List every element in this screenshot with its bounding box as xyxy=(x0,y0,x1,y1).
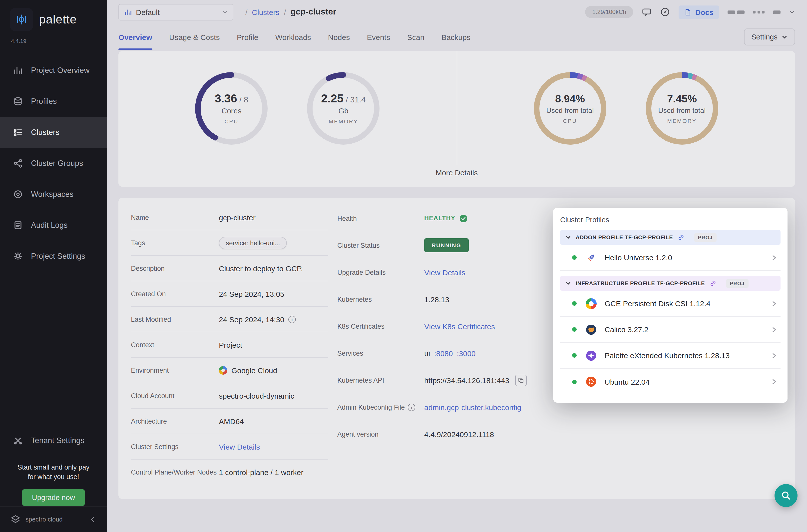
sidebar-item-label: Clusters xyxy=(31,128,59,137)
sidebar-item-project-overview[interactable]: Project Overview xyxy=(0,55,107,86)
chevron-down-icon[interactable] xyxy=(789,9,795,15)
sidebar-item-label: Project Overview xyxy=(31,66,90,75)
chat-icon[interactable] xyxy=(642,7,652,17)
profile-item-ubuntu[interactable]: Ubuntu 22.04 xyxy=(560,369,781,395)
sidebar-item-project-settings[interactable]: Project Settings xyxy=(0,241,107,272)
sidebar-item-label: Tenant Settings xyxy=(31,436,85,445)
scope-badge: PROJ xyxy=(726,279,748,287)
gauge-cpu-cores: 3.36 / 8 Cores CPU xyxy=(194,71,269,146)
detail-row-architecture: Architecture AMD64 xyxy=(131,408,328,434)
tab-scan[interactable]: Scan xyxy=(407,24,424,50)
docs-button[interactable]: Docs xyxy=(679,5,719,19)
docs-label: Docs xyxy=(695,8,714,16)
tab-workloads[interactable]: Workloads xyxy=(275,24,311,50)
panel-title: Cluster Profiles xyxy=(553,208,788,229)
addon-profile-section-header[interactable]: ADDON PROFILE TF-GCP-PROFILE PROJ xyxy=(560,230,781,245)
sidebar-item-cluster-groups[interactable]: Cluster Groups xyxy=(0,148,107,179)
upgrade-button[interactable]: Upgrade now xyxy=(22,489,85,506)
sidebar-item-tenant-settings[interactable]: Tenant Settings xyxy=(0,426,107,455)
profile-item-calico[interactable]: Calico 3.27.2 xyxy=(560,317,781,343)
details-left-column: Name gcp-cluster Tags service: hello-uni… xyxy=(131,205,328,485)
profile-item-hello-universe[interactable]: Hello Universe 1.2.0 xyxy=(560,245,781,271)
browser-widget-bar xyxy=(773,10,781,14)
project-selector-value: Default xyxy=(136,8,159,16)
calico-icon xyxy=(586,324,597,335)
sidebar-item-audit-logs[interactable]: Audit Logs xyxy=(0,210,107,241)
tab-events[interactable]: Events xyxy=(367,24,390,50)
kubernetes-version: 1.28.13 xyxy=(424,295,449,303)
profile-item-gce-csi[interactable]: GCE Persistent Disk CSI 1.12.4 xyxy=(560,291,781,317)
cluster-name: gcp-cluster xyxy=(219,213,256,222)
google-cloud-icon xyxy=(219,366,227,374)
service-port-link[interactable]: :3000 xyxy=(457,349,475,357)
kubeconfig-download-link[interactable]: admin.gcp-cluster.kubeconfig xyxy=(424,403,521,411)
tag-pill[interactable]: service: hello-uni... xyxy=(219,236,287,249)
nodes-value: 1 control-plane / 1 worker xyxy=(219,468,304,477)
tab-backups[interactable]: Backups xyxy=(442,24,471,50)
project-selector[interactable]: Default xyxy=(118,4,233,20)
palette-kubernetes-icon xyxy=(586,350,597,361)
help-compass-icon[interactable] xyxy=(660,7,670,17)
chevron-down-icon xyxy=(565,280,571,286)
cluster-description: Cluster to deploy to GCP. xyxy=(219,264,303,272)
bar-chart-icon xyxy=(13,65,23,75)
search-fab-button[interactable] xyxy=(774,484,797,507)
sidebar-footer: spectro cloud xyxy=(0,506,107,532)
settings-button[interactable]: Settings xyxy=(744,28,795,45)
info-icon[interactable]: i xyxy=(408,403,415,411)
info-icon[interactable]: i xyxy=(288,316,296,323)
settings-label: Settings xyxy=(751,33,777,41)
chevron-right-icon xyxy=(771,378,777,385)
topbar: Default / Clusters / gcp-cluster 1.29/10… xyxy=(107,0,807,24)
environment-value: Google Cloud xyxy=(231,366,277,374)
status-dot-green xyxy=(572,353,577,358)
sidebar-item-workspaces[interactable]: Workspaces xyxy=(0,179,107,210)
infrastructure-profile-section-header[interactable]: INFRASTRUCTURE PROFILE TF-GCP-PROFILE PR… xyxy=(560,276,781,291)
gauge-memory-gb: 2.25 / 31.4 Gb MEMORY xyxy=(306,71,381,146)
more-details-link[interactable]: More Details xyxy=(118,165,795,187)
sidebar-item-label: Cluster Groups xyxy=(31,159,83,168)
status-dot-green xyxy=(572,379,577,384)
chart-mini-icon xyxy=(124,8,131,16)
tab-profile[interactable]: Profile xyxy=(237,24,258,50)
kubernetes-api-url: https://34.54.126.181:443 xyxy=(424,376,509,384)
chevron-right-icon xyxy=(771,326,777,333)
rocket-icon xyxy=(586,252,597,263)
tab-nodes[interactable]: Nodes xyxy=(328,24,350,50)
collapse-sidebar-icon[interactable] xyxy=(89,515,97,523)
list-icon xyxy=(13,127,23,137)
gauge-memory-percent: 7.45% Used from total MEMORY xyxy=(644,71,719,146)
scope-badge: PROJ xyxy=(694,233,716,242)
app-window: palette 4.4.19 Project Overview Profiles… xyxy=(0,0,807,532)
chevron-down-icon xyxy=(782,34,788,40)
detail-row-environment: Environment Google Cloud xyxy=(131,358,328,383)
gce-disk-icon xyxy=(586,298,597,309)
tab-overview[interactable]: Overview xyxy=(118,24,152,50)
link-icon xyxy=(709,280,716,287)
created-on-value: 24 Sep 2024, 13:05 xyxy=(219,289,284,298)
docs-icon xyxy=(684,8,692,16)
breadcrumb-clusters-link[interactable]: Clusters xyxy=(252,8,279,16)
spectro-cloud-logo-icon xyxy=(10,514,21,525)
usage-pill: 1.29/100kCh xyxy=(585,6,633,18)
cluster-settings-view-details-link[interactable]: View Details xyxy=(219,442,260,451)
chevron-down-icon xyxy=(565,234,571,240)
copy-icon[interactable] xyxy=(515,374,527,386)
detail-row-cluster-settings: Cluster Settings View Details xyxy=(131,434,328,460)
upgrade-view-details-link[interactable]: View Details xyxy=(424,268,466,277)
profile-item-palette-k8s[interactable]: Palette eXtended Kubernetes 1.28.13 xyxy=(560,343,781,369)
breadcrumb-separator: / xyxy=(245,8,247,16)
footer-brand-name: spectro cloud xyxy=(25,516,63,523)
view-k8s-certificates-link[interactable]: View K8s Certificates xyxy=(424,322,495,330)
detail-row-cloud-account: Cloud Account spectro-cloud-dynamic xyxy=(131,383,328,408)
sidebar: palette 4.4.19 Project Overview Profiles… xyxy=(0,0,107,532)
chevron-right-icon xyxy=(771,352,777,359)
sidebar-item-clusters[interactable]: Clusters xyxy=(0,117,107,148)
tools-icon xyxy=(13,436,23,445)
nodes-icon xyxy=(13,158,23,168)
sidebar-item-profiles[interactable]: Profiles xyxy=(0,86,107,117)
allocation-gauges: 3.36 / 8 Cores CPU 2.2 xyxy=(118,51,456,165)
tab-usage-costs[interactable]: Usage & Costs xyxy=(169,24,220,50)
service-port-link[interactable]: :8080 xyxy=(434,349,453,357)
sidebar-item-label: Profiles xyxy=(31,97,57,106)
